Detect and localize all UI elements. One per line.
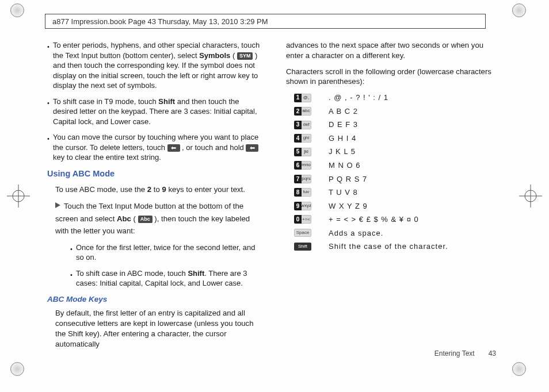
bold-text: Symbols	[199, 51, 230, 60]
number-key-icon: 6mno	[294, 161, 311, 170]
subheading-abc-mode-keys: ABC Mode Keys	[47, 294, 263, 305]
key-chars: M N O 6	[329, 160, 360, 171]
bullet-item: You can move the cursor by touching wher…	[47, 132, 263, 163]
paragraph: To use ABC mode, use the 2 to 9 keys to …	[55, 185, 263, 195]
key-chars: . @ , - ? ! ' : / 1	[329, 93, 388, 103]
key-map-row: 9wxyzW X Y Z 9	[294, 201, 502, 212]
text: keys to enter your text.	[166, 185, 245, 194]
left-column: To enter periods, hyphens, and other spe…	[47, 40, 263, 362]
text: To use ABC mode, use the	[55, 185, 147, 194]
key-map-row: 8tuvT U V 8	[294, 187, 502, 198]
bold-text: Abc	[117, 214, 131, 223]
bullet-icon	[47, 97, 53, 127]
header-text: a877 Impression.book Page 43 Thursday, M…	[52, 17, 268, 26]
key-map-row: 7pqrsP Q R S 7	[294, 174, 502, 185]
registration-mark-icon	[7, 185, 30, 207]
key-chars: A B C 2	[329, 106, 358, 117]
step-item: Touch the Text Input Mode button at the …	[55, 200, 263, 236]
text: Once for the first letter, twice for the…	[76, 243, 263, 263]
crop-mark-icon	[512, 3, 539, 30]
text: (	[230, 51, 237, 60]
key-chars: W X Y Z 9	[329, 201, 368, 212]
text: To shift case in ABC mode, touch	[76, 269, 188, 278]
key-map-row-shift: Shift Shift the case of the character.	[294, 241, 502, 252]
text: key to clear the entire text string.	[53, 153, 161, 162]
abc-key-icon: Abc	[138, 216, 152, 223]
triangle-bullet-icon	[55, 202, 60, 208]
bold-text: Shift	[188, 269, 204, 278]
key-chars: J K L 5	[329, 147, 356, 157]
key-map-table: 1@,. @ , - ? ! ' : / 12abcA B C 23defD E…	[294, 93, 502, 252]
text: (	[131, 214, 138, 223]
backspace-key-icon: ⬅	[246, 144, 258, 152]
page-header: a877 Impression.book Page 43 Thursday, M…	[45, 14, 486, 29]
page-body: To enter periods, hyphens, and other spe…	[47, 40, 502, 362]
number-key-icon: 0+=<	[294, 215, 311, 224]
key-chars: Adds a space.	[329, 228, 383, 239]
number-key-icon: 7pqrs	[294, 175, 311, 183]
number-key-icon: 4ghi	[294, 134, 311, 143]
heading-using-abc-mode: Using ABC Mode	[47, 168, 263, 180]
sub-bullet-item: To shift case in ABC mode, touch Shift. …	[70, 268, 263, 289]
key-map-row: 5jklJ K L 5	[294, 147, 502, 157]
bold-text: 9	[162, 185, 166, 194]
key-map-row: 6mnoM N O 6	[294, 160, 502, 171]
bullet-icon	[70, 268, 76, 289]
text: to	[151, 185, 162, 194]
sym-key-icon: SYM	[237, 52, 253, 60]
text: , or touch and hold	[180, 143, 246, 152]
paragraph: advances to the next space after two sec…	[286, 40, 502, 61]
text: To shift case in T9 mode, touch	[53, 97, 158, 106]
registration-mark-icon	[519, 185, 542, 207]
key-chars: + = < > € £ $ % & ¥ ¤ 0	[329, 214, 419, 225]
bullet-icon	[70, 243, 76, 263]
bold-text: Shift	[158, 97, 175, 106]
bullet-icon	[47, 40, 53, 91]
paragraph: By default, the first letter of an entry…	[55, 308, 263, 349]
number-key-icon: 1@,	[294, 94, 311, 102]
sub-bullet-item: Once for the first letter, twice for the…	[70, 243, 263, 263]
number-key-icon: 3def	[294, 121, 311, 129]
key-chars: G H I 4	[329, 133, 356, 144]
key-map-row: 4ghiG H I 4	[294, 133, 502, 144]
bullet-item: To enter periods, hyphens, and other spe…	[47, 40, 263, 91]
crop-mark-icon	[10, 362, 37, 389]
crop-mark-icon	[10, 3, 37, 30]
paragraph: Characters scroll in the following order…	[286, 67, 502, 87]
number-key-icon: 8tuv	[294, 188, 311, 197]
key-map-row-space: Space Adds a space.	[294, 228, 502, 239]
bullet-item: To shift case in T9 mode, touch Shift an…	[47, 97, 263, 127]
shift-key-icon: Shift	[294, 243, 311, 251]
backspace-key-icon: ⬅	[167, 144, 180, 152]
key-map-row: 0+=<+ = < > € £ $ % & ¥ ¤ 0	[294, 214, 502, 225]
key-chars: Shift the case of the character.	[329, 241, 448, 252]
crop-mark-icon	[512, 362, 539, 389]
key-chars: T U V 8	[329, 187, 358, 198]
number-key-icon: 2abc	[294, 107, 311, 116]
number-key-icon: 9wxyz	[294, 202, 311, 210]
key-chars: P Q R S 7	[329, 174, 367, 185]
footer-page-number: 43	[489, 349, 496, 358]
footer-section: Entering Text	[434, 349, 475, 358]
key-chars: D E F 3	[329, 120, 358, 130]
right-column: advances to the next space after two sec…	[286, 40, 502, 362]
key-map-row: 1@,. @ , - ? ! ' : / 1	[294, 93, 502, 103]
page-footer: Entering Text 43	[434, 349, 496, 358]
key-map-row: 2abcA B C 2	[294, 106, 502, 117]
number-key-icon: 5jkl	[294, 148, 311, 156]
key-map-row: 3defD E F 3	[294, 120, 502, 130]
bullet-icon	[47, 132, 53, 163]
space-key-icon: Space	[294, 229, 311, 237]
